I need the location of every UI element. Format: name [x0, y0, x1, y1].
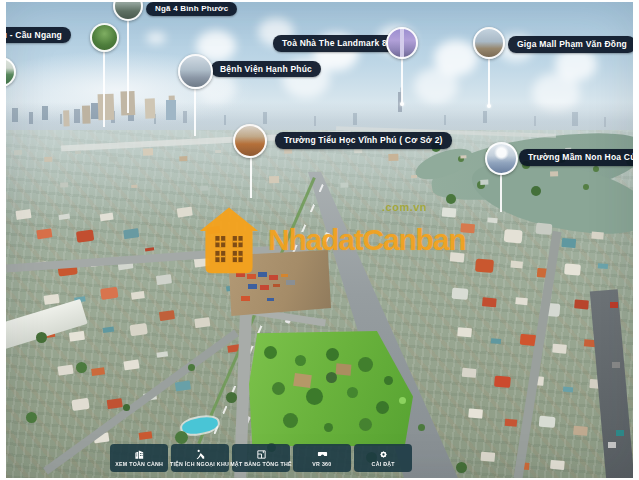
pin-stem: [250, 158, 252, 198]
pin-stem: [103, 52, 105, 127]
pin-photo-thumb[interactable]: [113, 2, 143, 21]
pin-label[interactable]: Trường Tiểu Học Vĩnh Phú ( Cơ Sở 2): [275, 132, 452, 149]
toolbar-button-amenities[interactable]: TIỆN ÍCH NGOẠI KHU: [171, 444, 229, 472]
street-trees: [36, 332, 47, 343]
left-rooftops: [15, 209, 31, 220]
clouds: [146, 32, 166, 44]
screenshot-frame: Lái Thiêu - Cầu Ngang Ngã 4 Bình Phước B…: [0, 0, 639, 480]
field-trees: [264, 346, 277, 359]
dirt-patch: [336, 363, 352, 375]
pin-stem-dot: [400, 102, 404, 106]
pin-stem: [500, 175, 502, 212]
toolbar-button-label: CÀI ĐẶT: [371, 461, 394, 466]
right-rooftops: [442, 207, 457, 217]
trucks: [610, 302, 618, 308]
river: [427, 121, 633, 210]
city-buildings-icon: [134, 449, 145, 460]
pin-stem: [194, 89, 196, 136]
pin-stem: [127, 21, 129, 113]
toolbar-button-label: XEM TOÀN CẢNH: [115, 461, 163, 466]
toolbar-button-settings[interactable]: CÀI ĐẶT: [354, 444, 412, 472]
field-north-road: [230, 305, 326, 327]
toolbar-button-masterplan[interactable]: MẶT BẰNG TỔNG THỂ: [232, 444, 290, 472]
green-field: [249, 331, 413, 446]
distant-towers: [12, 108, 18, 122]
far-rooftops: [14, 150, 22, 155]
cross-road: [6, 243, 308, 272]
pin-label[interactable]: Trường Mầm Non Hoa Cúc 6: [519, 149, 633, 166]
pin-label[interactable]: Toà Nhà The Landmark 81: [273, 35, 401, 52]
pin-photo-thumb[interactable]: [178, 54, 213, 89]
pin-photo-thumb[interactable]: [485, 142, 518, 175]
pin-label[interactable]: Bệnh Viện Hạnh Phúc: [211, 61, 321, 77]
toolbar-button-label: MẶT BẰNG TỔNG THỂ: [230, 461, 292, 466]
brand-wordmark: NhadatCanban: [268, 223, 465, 257]
pin-stem: [488, 59, 490, 106]
glass-tower: [166, 100, 176, 120]
toolbar-button-panorama[interactable]: XEM TOÀN CẢNH: [110, 444, 168, 472]
urban-ground: [6, 130, 633, 478]
floor-plan-icon: [256, 449, 267, 460]
pin-photo-thumb[interactable]: [473, 27, 505, 59]
pin-label[interactable]: Lái Thiêu - Cầu Ngang: [6, 27, 71, 43]
pin-photo-thumb[interactable]: [386, 27, 418, 59]
pin-stem-dot: [487, 104, 491, 108]
pin-label[interactable]: Giga Mall Phạm Văn Đồng: [508, 36, 633, 53]
toolbar-button-label: VR 360: [312, 461, 331, 466]
main-road: [286, 172, 466, 478]
dirt-patch: [293, 373, 312, 388]
toolbar-button-label: TIỆN ÍCH NGOẠI KHU: [170, 461, 229, 466]
pin-photo-thumb[interactable]: [233, 124, 267, 158]
playground-slide-icon: [195, 449, 206, 460]
brand-domain: .com.vn: [382, 201, 427, 213]
gear-icon: [378, 449, 389, 460]
vr-headset-icon: [317, 449, 328, 460]
brand-house-icon: [198, 205, 260, 277]
pin-stem: [401, 59, 403, 104]
pin-photo-thumb[interactable]: [6, 57, 16, 87]
apartment-blocks: [98, 94, 115, 121]
pin-label[interactable]: Ngã 4 Bình Phước: [146, 2, 237, 16]
aerial-panorama-photo[interactable]: Lái Thiêu - Cầu Ngang Ngã 4 Bình Phước B…: [6, 2, 633, 478]
right-street: [514, 231, 562, 478]
dark-road: [590, 289, 633, 478]
white-building: [6, 299, 88, 351]
swimming-pool: [181, 415, 219, 436]
toolbar-button-vr360[interactable]: VR 360: [293, 444, 351, 472]
pin-photo-thumb[interactable]: [90, 23, 119, 52]
